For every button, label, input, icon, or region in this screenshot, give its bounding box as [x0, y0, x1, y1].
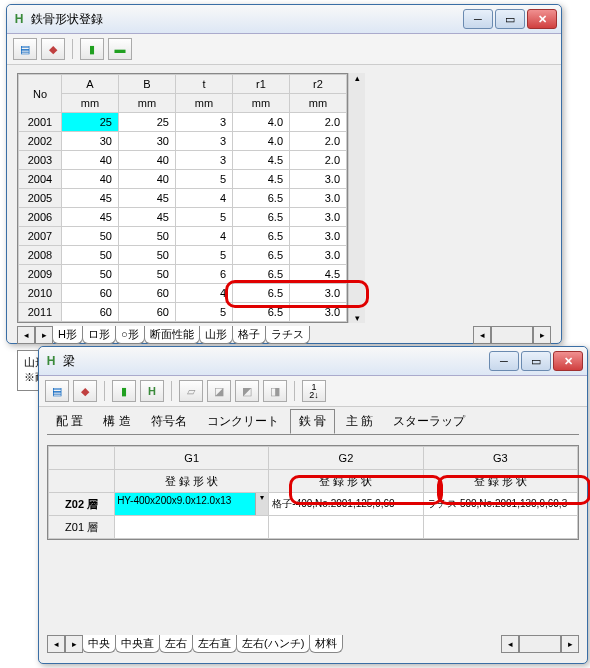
cell[interactable]: 4.5 — [290, 265, 347, 284]
tab-nav-prev[interactable]: ▸ — [35, 326, 53, 344]
bottom-tab[interactable]: 左右(ハンチ) — [236, 635, 310, 653]
sheet-tab[interactable]: 格子 — [232, 326, 266, 344]
sheet-tab[interactable]: ○形 — [115, 326, 145, 344]
cell[interactable]: 3.0 — [290, 208, 347, 227]
cell[interactable]: 6.5 — [233, 227, 290, 246]
category-tab[interactable]: スターラップ — [384, 409, 474, 434]
cell[interactable]: 45 — [62, 208, 119, 227]
cell[interactable] — [423, 516, 577, 539]
cell[interactable]: 5 — [176, 303, 233, 322]
titlebar[interactable]: H 梁 ─ ▭ ✕ — [39, 347, 587, 376]
dropdown-button[interactable]: ▾ — [255, 493, 268, 515]
table-row[interactable]: 2010606046.53.0 — [19, 284, 347, 303]
cell[interactable] — [115, 516, 269, 539]
col-group[interactable]: G1 — [115, 447, 269, 470]
tab-nav-first[interactable]: ◂ — [17, 326, 35, 344]
cell[interactable] — [269, 516, 423, 539]
cell[interactable]: 6.5 — [233, 189, 290, 208]
cell[interactable]: 3 — [176, 132, 233, 151]
maximize-button[interactable]: ▭ — [521, 351, 551, 371]
hscroll-track[interactable] — [491, 326, 533, 344]
tool-gray4-icon[interactable]: ◨ — [263, 380, 287, 402]
cell[interactable]: 25 — [62, 113, 119, 132]
bottom-tab[interactable]: 材料 — [309, 635, 343, 653]
cell[interactable]: 40 — [62, 151, 119, 170]
table-row[interactable]: 2001252534.02.0 — [19, 113, 347, 132]
vscroll[interactable]: ▴▾ — [348, 73, 365, 323]
cell[interactable]: 6.5 — [233, 208, 290, 227]
sheet-tab[interactable]: ロ形 — [82, 326, 116, 344]
cell[interactable]: 3 — [176, 151, 233, 170]
cell[interactable]: 4.5 — [233, 151, 290, 170]
minimize-button[interactable]: ─ — [463, 9, 493, 29]
cell[interactable]: 6.5 — [233, 265, 290, 284]
cell[interactable]: 45 — [62, 189, 119, 208]
table-row[interactable]: 2002303034.02.0 — [19, 132, 347, 151]
cell-selected[interactable]: HY-400x200x9.0x12.0x13▾ — [115, 493, 269, 516]
cell[interactable]: 4.0 — [233, 132, 290, 151]
bottom-tab[interactable]: 左右 — [159, 635, 193, 653]
table-row[interactable]: 2006454556.53.0 — [19, 208, 347, 227]
col-group[interactable]: G3 — [423, 447, 577, 470]
tool-layout-icon[interactable]: ▤ — [45, 380, 69, 402]
cell[interactable]: 50 — [62, 246, 119, 265]
category-tab[interactable]: 主 筋 — [337, 409, 382, 434]
tool-gray1-icon[interactable]: ▱ — [179, 380, 203, 402]
cell[interactable]: 50 — [62, 265, 119, 284]
cell[interactable]: 4.0 — [233, 113, 290, 132]
tool-green-icon[interactable]: ▮ — [112, 380, 136, 402]
category-tab[interactable]: 構 造 — [94, 409, 139, 434]
cell[interactable]: 4.5 — [233, 170, 290, 189]
col-header[interactable]: r2 — [290, 75, 347, 94]
maximize-button[interactable]: ▭ — [495, 9, 525, 29]
tool-layout-icon[interactable]: ▤ — [13, 38, 37, 60]
cell[interactable]: 2.0 — [290, 113, 347, 132]
close-button[interactable]: ✕ — [527, 9, 557, 29]
col-header[interactable]: r1 — [233, 75, 290, 94]
table-row[interactable]: Z02 層HY-400x200x9.0x12.0x13▾格子-400,No.20… — [49, 493, 578, 516]
table-row[interactable]: 2008505056.53.0 — [19, 246, 347, 265]
cell[interactable]: ラチス-500,No.2001,130,9,60,3 — [423, 493, 577, 516]
col-header[interactable]: A — [62, 75, 119, 94]
cell[interactable]: 45 — [119, 189, 176, 208]
table-row[interactable]: 2009505066.54.5 — [19, 265, 347, 284]
cell[interactable]: 50 — [119, 227, 176, 246]
cell[interactable]: 30 — [119, 132, 176, 151]
tool-erase-icon[interactable]: ◆ — [73, 380, 97, 402]
cell[interactable]: 3.0 — [290, 189, 347, 208]
table-row[interactable]: 2003404034.52.0 — [19, 151, 347, 170]
tool-sort-icon[interactable]: 12↓ — [302, 380, 326, 402]
cell[interactable]: 4 — [176, 284, 233, 303]
cell[interactable]: 6.5 — [233, 246, 290, 265]
cell[interactable]: 3.0 — [290, 303, 347, 322]
tool-erase-icon[interactable]: ◆ — [41, 38, 65, 60]
cell[interactable]: 40 — [119, 151, 176, 170]
category-tab[interactable]: 符号名 — [142, 409, 196, 434]
sheet-tab[interactable]: H形 — [52, 326, 83, 344]
cell[interactable]: 5 — [176, 246, 233, 265]
cell[interactable]: 50 — [119, 246, 176, 265]
beam-grid[interactable]: G1G2G3登 録 形 状登 録 形 状登 録 形 状Z02 層HY-400x2… — [47, 445, 579, 540]
bottom-tab[interactable]: 左右直 — [192, 635, 237, 653]
tool-green2-icon[interactable]: ▬ — [108, 38, 132, 60]
cell[interactable]: 25 — [119, 113, 176, 132]
cell[interactable]: 6.5 — [233, 303, 290, 322]
col-header[interactable]: t — [176, 75, 233, 94]
cell[interactable]: 60 — [119, 284, 176, 303]
cell[interactable]: 3.0 — [290, 246, 347, 265]
category-tab[interactable]: コンクリート — [198, 409, 288, 434]
cell[interactable]: 5 — [176, 170, 233, 189]
sheet-tab[interactable]: 山形 — [199, 326, 233, 344]
cell[interactable]: 3 — [176, 113, 233, 132]
cell[interactable]: 45 — [119, 208, 176, 227]
cell[interactable]: 40 — [119, 170, 176, 189]
cell[interactable]: 40 — [62, 170, 119, 189]
tool-h-icon[interactable]: H — [140, 380, 164, 402]
table-row[interactable]: 2004404054.53.0 — [19, 170, 347, 189]
bottom-tab[interactable]: 中央直 — [115, 635, 160, 653]
cell[interactable]: 格子-400,No.2001,125,9,60 — [269, 493, 423, 516]
col-group[interactable]: G2 — [269, 447, 423, 470]
cell[interactable]: 6.5 — [233, 284, 290, 303]
table-row[interactable]: 2007505046.53.0 — [19, 227, 347, 246]
cell[interactable]: 60 — [62, 284, 119, 303]
